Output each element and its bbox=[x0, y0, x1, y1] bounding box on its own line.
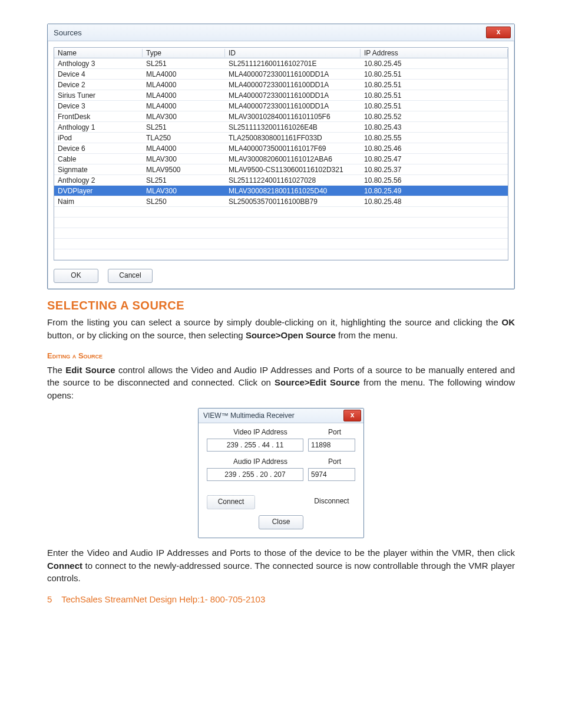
video-ip-label: Video IP Address bbox=[207, 428, 314, 436]
subhead-editing: Editing a Source bbox=[47, 351, 515, 360]
video-port-label: Port bbox=[314, 428, 355, 436]
para-edit: The Edit Source control allows the Video… bbox=[47, 364, 515, 402]
cell-name: Sirius Tuner bbox=[54, 91, 143, 100]
grid-header[interactable]: Name Type ID IP Address bbox=[54, 48, 508, 58]
page-number: 5 bbox=[47, 594, 52, 604]
sources-title: Sources bbox=[54, 28, 486, 37]
cell-ip: 10.80.25.43 bbox=[361, 123, 508, 131]
table-row[interactable]: Device 4MLA4000MLA40000723300116100DD1A1… bbox=[54, 69, 508, 80]
connect-button[interactable]: Connect bbox=[207, 495, 255, 509]
cell-name: Naim bbox=[54, 197, 143, 206]
cell-id: MLA40000723300116100DD1A bbox=[225, 102, 361, 110]
cell-type: MLA4000 bbox=[143, 144, 225, 153]
table-row[interactable]: iPodTLA250TLA25008308001161FF033D10.80.2… bbox=[54, 133, 508, 143]
cell-name: DVDPlayer bbox=[54, 187, 143, 195]
cell-ip: 10.80.25.48 bbox=[361, 197, 508, 206]
audio-ip-input[interactable]: 239 . 255 . 20 . 207 bbox=[207, 468, 303, 481]
sources-titlebar: Sources x bbox=[48, 24, 514, 41]
para-select: From the listing you can select a source… bbox=[47, 316, 515, 342]
audio-port-input[interactable]: 5974 bbox=[308, 468, 355, 481]
view-titlebar: VIEW™ Multimedia Receiver x bbox=[199, 409, 363, 423]
cell-name: Device 6 bbox=[54, 144, 143, 153]
cell-type: MLA4000 bbox=[143, 102, 225, 110]
cell-name: Anthology 1 bbox=[54, 123, 143, 131]
cell-type: MLAV300 bbox=[143, 187, 225, 195]
table-row[interactable]: Anthology 3SL251SL2511121600116102701E10… bbox=[54, 58, 508, 69]
cell-name: Anthology 2 bbox=[54, 176, 143, 185]
cell-type: SL251 bbox=[143, 176, 225, 185]
cell-id: TLA25008308001161FF033D bbox=[225, 134, 361, 142]
table-row[interactable]: Anthology 1SL251SL25111132001161026E4B10… bbox=[54, 122, 508, 133]
col-type[interactable]: Type bbox=[143, 49, 225, 57]
cell-type: MLA4000 bbox=[143, 70, 225, 78]
cancel-button[interactable]: Cancel bbox=[108, 269, 153, 283]
close-icon[interactable]: x bbox=[486, 27, 511, 38]
cell-ip: 10.80.25.46 bbox=[361, 144, 508, 153]
cell-name: Device 3 bbox=[54, 102, 143, 110]
cell-id: MLAV3001028400116101105F6 bbox=[225, 113, 361, 121]
col-ip[interactable]: IP Address bbox=[361, 49, 508, 57]
col-name[interactable]: Name bbox=[54, 49, 143, 57]
cell-id: SL2500535700116100BB79 bbox=[225, 197, 361, 206]
page-footer: 5 TechSales StreamNet Design Help:1- 800… bbox=[47, 594, 515, 604]
cell-name: Device 4 bbox=[54, 70, 143, 78]
table-row[interactable]: Anthology 2SL251SL2511122400116102702810… bbox=[54, 175, 508, 186]
ok-button[interactable]: OK bbox=[54, 269, 98, 283]
heading-selecting: SELECTING A SOURCE bbox=[47, 299, 515, 312]
table-row[interactable]: NaimSL250SL2500535700116100BB7910.80.25.… bbox=[54, 196, 508, 207]
cell-ip: 10.80.25.37 bbox=[361, 166, 508, 174]
table-row-empty bbox=[54, 218, 508, 228]
sources-grid: Name Type ID IP Address Anthology 3SL251… bbox=[54, 47, 508, 261]
cell-ip: 10.80.25.52 bbox=[361, 113, 508, 121]
cell-name: iPod bbox=[54, 134, 143, 142]
cell-ip: 10.80.25.49 bbox=[361, 187, 508, 195]
footer-text: TechSales StreamNet Design Help:1- 800-7… bbox=[61, 594, 265, 604]
cell-type: MLAV9500 bbox=[143, 166, 225, 174]
cell-ip: 10.80.25.51 bbox=[361, 70, 508, 78]
view-title: VIEW™ Multimedia Receiver bbox=[203, 411, 343, 420]
video-port-input[interactable]: 11898 bbox=[308, 439, 355, 452]
close-button[interactable]: Close bbox=[259, 515, 303, 529]
cell-ip: 10.80.25.47 bbox=[361, 155, 508, 163]
cell-ip: 10.80.25.51 bbox=[361, 91, 508, 100]
col-id[interactable]: ID bbox=[225, 49, 361, 57]
table-row[interactable]: SignmateMLAV9500MLAV9500-CS1130600116102… bbox=[54, 164, 508, 175]
cell-type: TLA250 bbox=[143, 134, 225, 142]
disconnect-button[interactable]: Disconnect bbox=[308, 495, 355, 508]
cell-name: Signmate bbox=[54, 166, 143, 174]
cell-id: MLA40000723300116100DD1A bbox=[225, 70, 361, 78]
cell-id: SL25111132001161026E4B bbox=[225, 123, 361, 131]
cell-id: SL2511121600116102701E bbox=[225, 60, 361, 68]
para-after: Enter the Video and Audio IP Addresses a… bbox=[47, 546, 515, 585]
sources-window: Sources x Name Type ID IP Address Anthol… bbox=[47, 24, 515, 289]
sources-buttons: OK Cancel bbox=[48, 264, 514, 289]
cell-id: MLAV9500-CS1130600116102D321 bbox=[225, 166, 361, 174]
cell-type: MLAV300 bbox=[143, 113, 225, 121]
cell-id: MLAV30008206001161012ABA6 bbox=[225, 155, 361, 163]
table-row-empty bbox=[54, 228, 508, 239]
cell-name: Cable bbox=[54, 155, 143, 163]
audio-ip-label: Audio IP Address bbox=[207, 457, 314, 466]
close-icon[interactable]: x bbox=[343, 410, 361, 421]
table-row[interactable]: Device 2MLA4000MLA40000723300116100DD1A1… bbox=[54, 80, 508, 90]
table-row[interactable]: FrontDeskMLAV300MLAV3001028400116101105F… bbox=[54, 111, 508, 122]
cell-ip: 10.80.25.45 bbox=[361, 60, 508, 68]
cell-name: FrontDesk bbox=[54, 113, 143, 121]
cell-ip: 10.80.25.51 bbox=[361, 81, 508, 89]
cell-type: SL251 bbox=[143, 60, 225, 68]
cell-ip: 10.80.25.51 bbox=[361, 102, 508, 110]
table-row[interactable]: Device 6MLA4000MLA400007350001161017F691… bbox=[54, 143, 508, 154]
table-row-empty bbox=[54, 207, 508, 218]
table-row[interactable]: DVDPlayerMLAV300MLAV30008218001161025D40… bbox=[54, 186, 508, 196]
cell-ip: 10.80.25.55 bbox=[361, 134, 508, 142]
cell-type: MLA4000 bbox=[143, 81, 225, 89]
cell-id: MLAV30008218001161025D40 bbox=[225, 187, 361, 195]
cell-type: SL251 bbox=[143, 123, 225, 131]
table-row[interactable]: Sirius TunerMLA4000MLA40000723300116100D… bbox=[54, 90, 508, 101]
video-ip-input[interactable]: 239 . 255 . 44 . 11 bbox=[207, 439, 303, 452]
table-row[interactable]: CableMLAV300MLAV30008206001161012ABA610.… bbox=[54, 154, 508, 164]
view-dialog: VIEW™ Multimedia Receiver x Video IP Add… bbox=[198, 408, 364, 538]
cell-type: MLA4000 bbox=[143, 91, 225, 100]
table-row[interactable]: Device 3MLA4000MLA40000723300116100DD1A1… bbox=[54, 101, 508, 111]
cell-id: SL25111224001161027028 bbox=[225, 176, 361, 185]
